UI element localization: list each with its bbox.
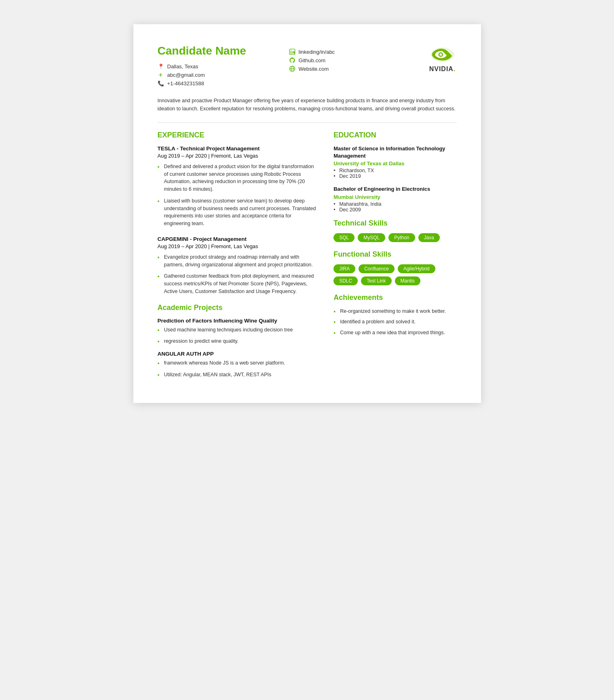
technical-skills-section: Technical Skills SQL MySQL Python Java	[333, 219, 456, 242]
achievement-1: Re-organized something to make it work b…	[333, 308, 456, 315]
achievements-section: Achievements Re-organized something to m…	[333, 293, 456, 337]
capgemini-bullets: Evangelize product strategy and roadmap …	[158, 253, 318, 295]
exp-entry-tesla: TESLA - Technical Project Management Aug…	[158, 145, 318, 228]
header: Candidate Name 📍 Dallas, Texas ✈ abc@gma…	[158, 44, 457, 89]
linkedin-text: linkeding/in/abc	[299, 49, 335, 55]
skill-mysql: MySQL	[358, 233, 385, 242]
academic-projects-title: Academic Projects	[158, 304, 318, 312]
nvidia-text: NVIDIA.	[429, 65, 456, 73]
technical-skills-title: Technical Skills	[333, 219, 456, 228]
header-right: NVIDIA.	[420, 44, 457, 73]
github-icon	[289, 57, 295, 63]
capgemini-title: CAPGEMINI - Project Management	[158, 236, 318, 243]
header-left: Candidate Name 📍 Dallas, Texas ✈ abc@gma…	[158, 44, 289, 89]
skill-sdlc: SDLC	[333, 276, 358, 285]
bachelors-location: Maharashtra, India	[333, 201, 456, 207]
skill-jira: JIRA	[333, 264, 355, 273]
resume-page: Candidate Name 📍 Dallas, Texas ✈ abc@gma…	[133, 24, 481, 403]
website-text: Website.com	[299, 66, 329, 72]
website-contact: Website.com	[289, 65, 420, 72]
functional-skills-title: Functional Skills	[333, 250, 456, 259]
skill-mantis: Mantis	[395, 276, 420, 285]
academic-projects-section: Academic Projects Prediction of Factors …	[158, 304, 318, 379]
svg-point-2	[291, 50, 291, 51]
skill-python: Python	[388, 233, 415, 242]
bachelors-date: Dec 2009	[333, 207, 456, 213]
linkedin-contact: linkeding/in/abc	[289, 48, 420, 55]
phone-icon: 📞	[158, 80, 164, 86]
functional-skills-section: Functional Skills JIRA Confluence Agile/…	[333, 250, 456, 285]
bachelors-details: Maharashtra, India Dec 2009	[333, 201, 456, 213]
header-middle: linkeding/in/abc Github.com	[289, 44, 420, 74]
project-2-bullet-2: Utilized: Angular, MEAN stack, JWT, REST…	[158, 371, 318, 379]
section-divider	[158, 122, 457, 123]
edu-entry-masters: Master of Science in Information Technol…	[333, 145, 456, 179]
skill-testlink: Test Link	[361, 276, 391, 285]
location-text: Dallas, Texas	[167, 63, 198, 70]
masters-location: Richardson, TX	[333, 168, 456, 173]
email-text: abc@gmail.com	[167, 72, 205, 78]
functional-skills-tags: JIRA Confluence Agile/Hybrid SDLC Test L…	[333, 264, 456, 285]
project-1-bullet-2: regression to predict wine quality.	[158, 337, 318, 345]
project-1-title: Prediction of Factors Influencing Wine Q…	[158, 318, 318, 324]
phone-contact: 📞 +1-4643231588	[158, 80, 289, 86]
edu-entry-bachelors: Bachelor of Engineering in Electronics M…	[333, 186, 456, 212]
education-section: EDUCATION Master of Science in Informati…	[333, 131, 456, 213]
github-text: Github.com	[299, 57, 325, 63]
tesla-bullet-1: Defined and delivered a product vision f…	[158, 163, 318, 193]
exp-entry-capgemini: CAPGEMINI - Project Management Aug 2019 …	[158, 236, 318, 295]
location-contact: 📍 Dallas, Texas	[158, 63, 289, 70]
project-2-bullet-1: framework whereas Node JS is a web serve…	[158, 359, 318, 367]
achievement-2: Identified a problem and solved it.	[333, 318, 456, 326]
masters-degree: Master of Science in Information Technol…	[333, 145, 456, 160]
svg-rect-1	[291, 51, 291, 54]
summary-text: Innovative and proactive Product Manager…	[158, 97, 457, 113]
tesla-bullet-2: Liaised with business (customer service …	[158, 197, 318, 228]
github-contact: Github.com	[289, 57, 420, 63]
email-contact: ✈ abc@gmail.com	[158, 72, 289, 78]
right-column: EDUCATION Master of Science in Informati…	[333, 131, 456, 383]
capgemini-meta: Aug 2019 – Apr 2020 | Fremont, Las Vegas	[158, 243, 318, 249]
nvidia-logo: NVIDIA.	[428, 44, 457, 73]
skill-confluence: Confluence	[359, 264, 395, 273]
nvidia-logo-svg	[428, 44, 457, 65]
experience-section: EXPERIENCE TESLA - Technical Project Man…	[158, 131, 318, 295]
tesla-role: Technical Project Management	[180, 145, 260, 152]
masters-school: University of Texas at Dallas	[333, 160, 456, 167]
linkedin-icon	[289, 48, 295, 55]
capgemini-company: CAPGEMINI	[158, 236, 189, 242]
website-icon	[289, 65, 295, 72]
project-2-title: ANGULAR AUTH APP	[158, 351, 318, 357]
technical-skills-tags: SQL MySQL Python Java	[333, 233, 456, 242]
capgemini-bullet-2: Gathered customer feedback from pilot de…	[158, 272, 318, 295]
phone-text: +1-4643231588	[167, 80, 204, 86]
capgemini-bullet-1: Evangelize product strategy and roadmap …	[158, 253, 318, 269]
main-content: EXPERIENCE TESLA - Technical Project Man…	[158, 131, 457, 383]
masters-details: Richardson, TX Dec 2019	[333, 168, 456, 179]
left-column: EXPERIENCE TESLA - Technical Project Man…	[158, 131, 318, 383]
masters-date: Dec 2019	[333, 173, 456, 179]
svg-point-7	[439, 53, 442, 56]
bachelors-school: Mumbai University	[333, 194, 456, 200]
experience-title: EXPERIENCE	[158, 131, 318, 139]
skill-sql: SQL	[333, 233, 354, 242]
education-title: EDUCATION	[333, 131, 456, 139]
skill-agile: Agile/Hybrid	[398, 264, 435, 273]
email-icon: ✈	[158, 72, 164, 78]
capgemini-role: Project Management	[193, 236, 247, 242]
candidate-name: Candidate Name	[158, 44, 289, 57]
project-1-bullets: Used machine learning techniques includi…	[158, 326, 318, 346]
tesla-bullets: Defined and delivered a product vision f…	[158, 163, 318, 228]
project-1-bullet-1: Used machine learning techniques includi…	[158, 326, 318, 334]
tesla-company: TESLA	[158, 145, 175, 152]
bachelors-degree: Bachelor of Engineering in Electronics	[333, 186, 456, 193]
tesla-meta: Aug 2019 – Apr 2020 | Fremont, Las Vegas	[158, 153, 318, 159]
location-icon: 📍	[158, 63, 164, 70]
project-2-bullets: framework whereas Node JS is a web serve…	[158, 359, 318, 379]
tesla-title: TESLA - Technical Project Management	[158, 145, 318, 153]
achievements-list: Re-organized something to make it work b…	[333, 308, 456, 337]
achievements-title: Achievements	[333, 293, 456, 302]
achievement-3: Come up with a new idea that improved th…	[333, 329, 456, 337]
skill-java: Java	[418, 233, 440, 242]
